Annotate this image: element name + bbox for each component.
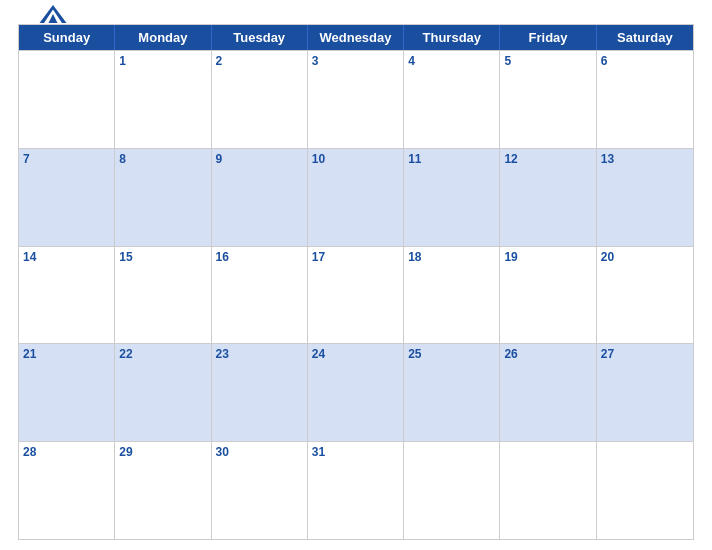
cal-cell: 24 [308,344,404,441]
header-cell-sunday: Sunday [19,25,115,50]
cal-cell: 1 [115,51,211,148]
day-number: 23 [216,347,303,361]
day-number: 29 [119,445,206,459]
day-number: 1 [119,54,206,68]
day-number: 15 [119,250,206,264]
cal-cell: 20 [597,247,693,344]
day-number: 2 [216,54,303,68]
header [18,10,694,18]
day-number: 30 [216,445,303,459]
cal-cell [500,442,596,539]
cal-cell: 4 [404,51,500,148]
cal-cell: 15 [115,247,211,344]
day-number: 16 [216,250,303,264]
cal-cell: 8 [115,149,211,246]
cal-cell: 6 [597,51,693,148]
header-cell-tuesday: Tuesday [212,25,308,50]
cal-cell [19,51,115,148]
cal-cell: 14 [19,247,115,344]
header-cell-friday: Friday [500,25,596,50]
day-number: 7 [23,152,110,166]
day-number: 22 [119,347,206,361]
cal-cell: 12 [500,149,596,246]
cal-cell: 22 [115,344,211,441]
cal-cell: 7 [19,149,115,246]
day-number: 17 [312,250,399,264]
day-number: 9 [216,152,303,166]
cal-cell: 18 [404,247,500,344]
cal-cell: 21 [19,344,115,441]
page: SundayMondayTuesdayWednesdayThursdayFrid… [0,0,712,550]
week-row-1: 78910111213 [19,148,693,246]
cal-cell: 3 [308,51,404,148]
day-number: 19 [504,250,591,264]
calendar-body: 1234567891011121314151617181920212223242… [19,50,693,539]
day-number: 28 [23,445,110,459]
header-cell-wednesday: Wednesday [308,25,404,50]
calendar: SundayMondayTuesdayWednesdayThursdayFrid… [18,24,694,540]
cal-cell: 13 [597,149,693,246]
day-number: 12 [504,152,591,166]
day-number: 6 [601,54,689,68]
cal-cell: 9 [212,149,308,246]
cal-cell: 25 [404,344,500,441]
day-number: 26 [504,347,591,361]
day-number: 13 [601,152,689,166]
cal-cell: 31 [308,442,404,539]
day-number: 31 [312,445,399,459]
header-cell-thursday: Thursday [404,25,500,50]
cal-cell [597,442,693,539]
cal-cell [404,442,500,539]
cal-cell: 11 [404,149,500,246]
day-number: 25 [408,347,495,361]
day-number: 4 [408,54,495,68]
day-number: 8 [119,152,206,166]
day-number: 11 [408,152,495,166]
logo-icon [38,3,68,25]
cal-cell: 2 [212,51,308,148]
cal-cell: 27 [597,344,693,441]
cal-cell: 5 [500,51,596,148]
week-row-0: 123456 [19,50,693,148]
day-number: 24 [312,347,399,361]
day-number: 10 [312,152,399,166]
cal-cell: 10 [308,149,404,246]
day-number: 18 [408,250,495,264]
day-number: 27 [601,347,689,361]
cal-cell: 17 [308,247,404,344]
cal-cell: 16 [212,247,308,344]
cal-cell: 19 [500,247,596,344]
header-cell-monday: Monday [115,25,211,50]
week-row-4: 28293031 [19,441,693,539]
cal-cell: 30 [212,442,308,539]
day-number: 20 [601,250,689,264]
day-number: 3 [312,54,399,68]
day-number: 14 [23,250,110,264]
day-number: 5 [504,54,591,68]
cal-cell: 26 [500,344,596,441]
calendar-header: SundayMondayTuesdayWednesdayThursdayFrid… [19,25,693,50]
week-row-2: 14151617181920 [19,246,693,344]
week-row-3: 21222324252627 [19,343,693,441]
cal-cell: 28 [19,442,115,539]
header-cell-saturday: Saturday [597,25,693,50]
cal-cell: 29 [115,442,211,539]
logo [18,3,88,26]
day-number: 21 [23,347,110,361]
cal-cell: 23 [212,344,308,441]
